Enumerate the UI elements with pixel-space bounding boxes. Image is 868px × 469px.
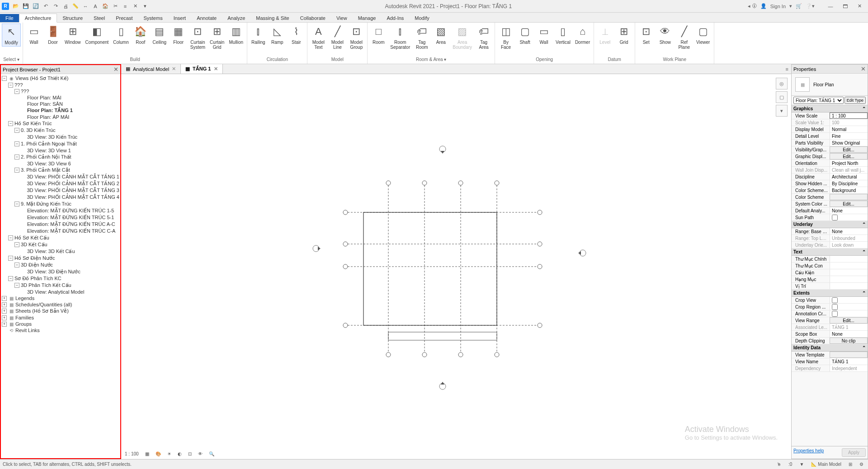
- tree-item[interactable]: −Hồ Sơ Kết Cấu: [2, 234, 119, 241]
- prop-row[interactable]: Detail LevelFine: [792, 133, 868, 140]
- prop-row[interactable]: View Template: [792, 352, 868, 358]
- close-icon[interactable]: ✕: [172, 66, 176, 72]
- prop-checkbox[interactable]: [832, 297, 838, 303]
- close-button[interactable]: ✕: [853, 2, 866, 11]
- ribbon-tag-area-button[interactable]: 🏷TagArea: [475, 23, 493, 51]
- tree-toggle-icon[interactable]: −: [14, 128, 19, 133]
- tree-item[interactable]: Elevation: MẶT ĐỨNG KIẾN TRÚC 1-5: [2, 207, 119, 214]
- view-scale[interactable]: 1 : 100: [123, 450, 141, 457]
- prop-value[interactable]: [830, 263, 868, 269]
- tree-toggle-icon[interactable]: −: [8, 121, 13, 126]
- prop-value[interactable]: Normal: [830, 126, 868, 132]
- tree-toggle-icon[interactable]: −: [14, 263, 19, 267]
- tree-toggle-icon[interactable]: +: [2, 309, 7, 314]
- info-icon[interactable]: ◂ 🛈: [748, 3, 757, 9]
- prop-value[interactable]: Fine: [830, 133, 868, 139]
- tree-toggle-icon[interactable]: −: [14, 242, 19, 247]
- prop-value[interactable]: By Discipline: [830, 180, 868, 187]
- prop-row[interactable]: Annotation Cr...: [792, 310, 868, 317]
- ribbon-tag-room-button[interactable]: 🏷TagRoom: [413, 23, 431, 51]
- prop-edit-button[interactable]: [830, 352, 868, 358]
- tree-toggle-icon[interactable]: +: [2, 315, 7, 320]
- prop-value[interactable]: 1 : 100: [830, 113, 868, 119]
- hide-icon[interactable]: 👁: [196, 450, 204, 457]
- tree-item[interactable]: 3D View: 3D Điện Nước: [2, 268, 119, 275]
- ribbon-tab-architecture[interactable]: Architecture: [19, 14, 57, 23]
- select-icon[interactable]: 🖱: [775, 462, 783, 467]
- prop-value[interactable]: Show Original: [830, 140, 868, 146]
- prop-row[interactable]: Thư Mục Chính: [792, 256, 868, 263]
- ribbon-ceiling-button[interactable]: ▤Ceiling: [151, 23, 169, 46]
- prop-group-header[interactable]: Identity Data⌃: [792, 344, 868, 352]
- tree-toggle-icon[interactable]: −: [8, 235, 13, 240]
- model-selector[interactable]: 📐 Main Model: [809, 462, 843, 467]
- collapse-icon[interactable]: ⌃: [862, 106, 866, 111]
- apply-button[interactable]: Apply: [842, 448, 866, 457]
- prop-group-header[interactable]: Underlay⌃: [792, 221, 868, 228]
- qat-section-icon[interactable]: ✂: [111, 2, 119, 10]
- prop-value[interactable]: Background: [830, 187, 868, 193]
- tree-item[interactable]: Floor Plan: ÁP MÁI: [2, 114, 119, 120]
- tree-item[interactable]: −1. Phối Cảnh Ngoại Thất: [2, 141, 119, 147]
- ribbon-railing-button[interactable]: ⫿Railing: [249, 23, 267, 46]
- tree-toggle-icon[interactable]: −: [14, 168, 19, 173]
- tree-toggle-icon[interactable]: −: [14, 202, 19, 206]
- reveal-icon[interactable]: 🔍: [207, 450, 216, 457]
- maximize-button[interactable]: 🗖: [838, 2, 852, 11]
- close-icon[interactable]: ✕: [214, 66, 218, 72]
- prop-edit-button[interactable]: Edit...: [830, 201, 868, 207]
- prop-checkbox[interactable]: [832, 304, 838, 310]
- ribbon-model-line-button[interactable]: ╱ModelLine: [328, 23, 346, 51]
- tree-item[interactable]: +▦Legends: [2, 295, 119, 301]
- tree-toggle-icon[interactable]: −: [14, 155, 19, 159]
- tree-item[interactable]: +▦Schedules/Quantities (all): [2, 301, 119, 308]
- prop-row[interactable]: Visibility/Grap...Edit...: [792, 146, 868, 153]
- prop-row[interactable]: View Scale1 : 100: [792, 113, 868, 119]
- ribbon-tab-steel[interactable]: Steel: [88, 14, 110, 22]
- prop-row[interactable]: OrientationProject North: [792, 160, 868, 167]
- ribbon-tab-manage[interactable]: Manage: [353, 14, 382, 22]
- ribbon-grid-button[interactable]: ⊞Grid: [615, 23, 633, 46]
- ribbon-by-face-button[interactable]: ◫ByFace: [497, 23, 515, 51]
- qat-switch-icon[interactable]: ▾: [141, 2, 149, 10]
- sign-in-link[interactable]: Sign In: [770, 4, 786, 9]
- filter-icon[interactable]: ▼: [797, 462, 806, 467]
- tree-item[interactable]: −2. Phối Cảnh Nội Thất: [2, 154, 119, 160]
- ribbon-component-button[interactable]: ◧Component: [84, 23, 111, 46]
- ribbon-wall-button[interactable]: ▭Wall: [25, 23, 43, 46]
- tree-item[interactable]: 3D View: 3D View 1: [2, 147, 119, 154]
- visual-style-icon[interactable]: 🎨: [154, 450, 163, 457]
- crop-icon[interactable]: ⊡: [186, 450, 193, 457]
- ribbon-model-group-button[interactable]: ⊡ModelGroup: [347, 23, 365, 51]
- view-tabs-menu-icon[interactable]: ≡: [783, 66, 791, 72]
- qat-undo-icon[interactable]: ↶: [42, 2, 50, 10]
- tree-toggle-icon[interactable]: −: [8, 83, 13, 88]
- qat-dim-icon[interactable]: ↔: [81, 2, 90, 10]
- prop-row[interactable]: Color Scheme: [792, 194, 868, 201]
- prop-row[interactable]: Thư Mục Con: [792, 263, 868, 269]
- prop-group-header[interactable]: Text⌃: [792, 249, 868, 256]
- prop-value[interactable]: [830, 283, 868, 289]
- collapse-icon[interactable]: ⌃: [862, 222, 866, 227]
- prop-row[interactable]: Default Analy...None: [792, 207, 868, 214]
- tree-item[interactable]: 3D View: 3D View 6: [2, 160, 119, 167]
- prop-edit-button[interactable]: Edit...: [830, 153, 868, 159]
- prop-value[interactable]: Project North: [830, 160, 868, 166]
- ribbon-tab-massingsite[interactable]: Massing & Site: [250, 14, 294, 22]
- tree-item[interactable]: −???: [2, 82, 119, 88]
- tree-item[interactable]: −◉Views (Hồ Sơ Thiết Kế): [2, 75, 119, 82]
- tree-item[interactable]: −Hồ Sơ Kiến Trúc: [2, 120, 119, 127]
- tree-item[interactable]: Floor Plan: SÂN: [2, 101, 119, 107]
- cart-icon[interactable]: 🛒: [796, 3, 802, 9]
- prop-edit-button[interactable]: No clip: [830, 338, 868, 344]
- tree-item[interactable]: 3D View: PHỐI CẢNH MẶT CẮT TẦNG 2: [2, 180, 119, 187]
- view-tab[interactable]: ▦TẦNG 1✕: [181, 64, 222, 74]
- tree-item[interactable]: Elevation: MẶT ĐỨNG KIẾN TRÚC C-A: [2, 228, 119, 234]
- prop-row[interactable]: Color Scheme...Background: [792, 187, 868, 194]
- tree-toggle-icon[interactable]: +: [2, 296, 7, 301]
- properties-body[interactable]: Graphics⌃View Scale1 : 100Scale Value 1:…: [792, 105, 868, 446]
- ribbon-mullion-button[interactable]: ▥Mullion: [227, 23, 245, 46]
- prop-value[interactable]: [830, 269, 868, 276]
- qat-3d-icon[interactable]: 🏠: [101, 2, 109, 10]
- qat-thin-icon[interactable]: ≡: [121, 2, 129, 10]
